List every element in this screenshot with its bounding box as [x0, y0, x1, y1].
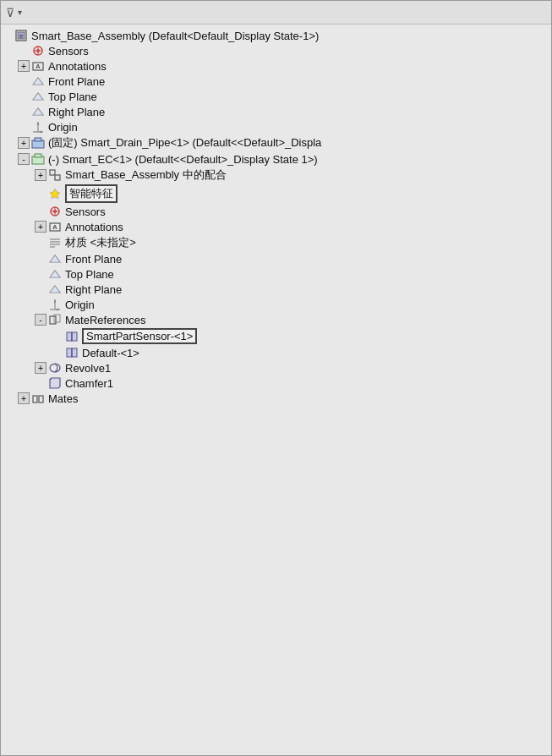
tree-item-material[interactable]: 材质 <未指定> — [1, 234, 551, 251]
item-label-origin2: Origin — [65, 299, 95, 311]
item-label-sensors2: Sensors — [65, 205, 106, 218]
item-label-rightplane1: Right Plane — [48, 106, 105, 118]
item-label-mates_bottom: Mates — [48, 392, 78, 405]
item-label-root: Smart_Base_Assembly (Default<Default_Dis… — [31, 30, 319, 42]
plane-icon — [31, 105, 45, 118]
item-label-mates_in_assembly: Smart_Base_Assembly 中的配合 — [65, 167, 227, 183]
svg-point-30 — [53, 210, 57, 213]
item-label-frontplane2: Front Plane — [65, 253, 122, 266]
tree-item-default1[interactable]: Default-<1> — [1, 345, 551, 360]
tree-item-sensors2[interactable]: Sensors — [1, 204, 551, 219]
tree-item-root[interactable]: ⊕Smart_Base_Assembly (Default<Default_Di… — [1, 28, 551, 43]
svg-marker-10 — [33, 78, 43, 85]
item-label-smart_ec: (-) Smart_EC<1> (Default<<Default>_Displ… — [48, 153, 318, 166]
origin-icon — [48, 298, 62, 311]
tree-item-rightplane1[interactable]: Right Plane — [1, 104, 551, 119]
item-label-origin1: Origin — [48, 121, 78, 134]
svg-marker-46 — [57, 309, 60, 311]
mates_bottom-icon — [31, 392, 45, 405]
expander-placeholder-origin1 — [18, 121, 30, 133]
expander-placeholder-origin2 — [35, 299, 46, 310]
svg-marker-38 — [50, 255, 60, 262]
expander-annotations2[interactable]: + — [35, 221, 46, 233]
item-label-drain_pipe: (固定) Smart_Drain_Pipe<1> (Default<<Defau… — [48, 135, 321, 151]
item-label-material: 材质 <未指定> — [65, 235, 136, 250]
plane-icon — [31, 74, 45, 88]
svg-marker-40 — [50, 271, 60, 277]
toolbar: ⊽ ▾ — [1, 1, 551, 25]
svg-marker-42 — [50, 286, 60, 293]
assembly-icon: ⊕ — [14, 29, 28, 42]
svg-rect-48 — [54, 315, 60, 322]
filter-icon[interactable]: ⊽ — [6, 6, 14, 19]
filter-dropdown-arrow[interactable]: ▾ — [18, 8, 22, 17]
svg-rect-22 — [35, 154, 41, 157]
svg-rect-58 — [33, 396, 37, 403]
svg-rect-47 — [50, 316, 56, 324]
tree-item-smart_ec[interactable]: -(-) Smart_EC<1> (Default<<Default>_Disp… — [1, 151, 551, 167]
svg-rect-49 — [67, 332, 72, 341]
svg-point-6 — [36, 49, 40, 52]
expander-placeholder-sensors2 — [35, 205, 46, 217]
feature-tree-panel: ⊽ ▾ ⊕Smart_Base_Assembly (Default<Defaul… — [0, 0, 552, 756]
chamfer-icon — [48, 376, 62, 390]
tree-item-frontplane1[interactable]: Front Plane — [1, 74, 551, 89]
item-label-chamfer1: Chamfer1 — [65, 377, 113, 390]
smartpart-icon — [65, 346, 79, 359]
item-label-frontplane1: Front Plane — [48, 75, 105, 88]
tree-item-chamfer1[interactable]: Chamfer1 — [1, 375, 551, 391]
expander-placeholder-rightplane2 — [35, 283, 46, 295]
tree-item-revolve1[interactable]: +Revolve1 — [1, 360, 551, 375]
sensor-icon — [48, 205, 62, 218]
tree-item-materefs[interactable]: -MateReferences — [1, 312, 551, 327]
item-label-rightplane2: Right Plane — [65, 283, 122, 296]
expander-placeholder-topplane2 — [35, 268, 46, 280]
tree-item-topplane2[interactable]: Top Plane — [1, 266, 551, 282]
tree-item-mates_bottom[interactable]: +Mates — [1, 391, 551, 406]
svg-text:A: A — [36, 63, 41, 70]
expander-drain_pipe[interactable]: + — [18, 137, 30, 149]
item-label-annotations1: Annotations — [48, 60, 107, 73]
svg-marker-45 — [54, 299, 57, 303]
expander-mates_in_assembly[interactable]: + — [35, 169, 46, 181]
plane-icon — [31, 90, 45, 103]
expander-placeholder-frontplane1 — [18, 75, 30, 87]
expander-placeholder-smartpart_sensor — [52, 331, 63, 342]
tree-item-topplane1[interactable]: Top Plane — [1, 89, 551, 104]
tree-item-smart_feature[interactable]: 智能特征 — [1, 184, 551, 204]
expander-materefs[interactable]: - — [35, 314, 46, 326]
expander-placeholder-default1 — [52, 347, 63, 359]
tree-item-smartpart_sensor[interactable]: SmartPartSensor-<1> — [1, 327, 551, 345]
tree-item-rightplane2[interactable]: Right Plane — [1, 282, 551, 297]
expander-smart_ec[interactable]: - — [18, 153, 30, 165]
svg-rect-24 — [55, 175, 60, 180]
smartpart-icon — [65, 330, 79, 343]
tree-item-drain_pipe[interactable]: +(固定) Smart_Drain_Pipe<1> (Default<<Defa… — [1, 134, 551, 151]
svg-marker-12 — [33, 93, 43, 100]
tree-item-annotations1[interactable]: +AAnnotations — [1, 58, 551, 74]
expander-placeholder-frontplane2 — [35, 253, 46, 265]
expander-placeholder-topplane1 — [18, 90, 30, 102]
sensor-icon — [31, 44, 45, 58]
expander-revolve1[interactable]: + — [35, 362, 46, 374]
svg-marker-17 — [37, 122, 40, 125]
tree-item-sensors1[interactable]: Sensors — [1, 43, 551, 58]
svg-rect-50 — [72, 332, 77, 341]
expander-annotations1[interactable]: + — [18, 60, 30, 72]
svg-text:⊕: ⊕ — [19, 33, 24, 39]
expander-mates_bottom[interactable]: + — [18, 392, 30, 404]
tree-item-origin1[interactable]: Origin — [1, 119, 551, 134]
tree-item-origin2[interactable]: Origin — [1, 297, 551, 312]
feature-tree: ⊕Smart_Base_Assembly (Default<Default_Di… — [1, 25, 551, 755]
plane-icon — [48, 252, 62, 266]
tree-item-frontplane2[interactable]: Front Plane — [1, 251, 551, 266]
tree-item-annotations2[interactable]: +AAnnotations — [1, 219, 551, 234]
item-label-annotations2: Annotations — [65, 221, 123, 233]
annotations-icon: A — [48, 220, 62, 233]
svg-rect-23 — [50, 170, 55, 175]
expander-placeholder-rightplane1 — [18, 106, 30, 118]
item-label-materefs: MateReferences — [65, 314, 145, 326]
smart_feature-icon — [48, 187, 62, 200]
tree-item-mates_in_assembly[interactable]: +Smart_Base_Assembly 中的配合 — [1, 167, 551, 184]
expander-placeholder-chamfer1 — [35, 377, 46, 389]
